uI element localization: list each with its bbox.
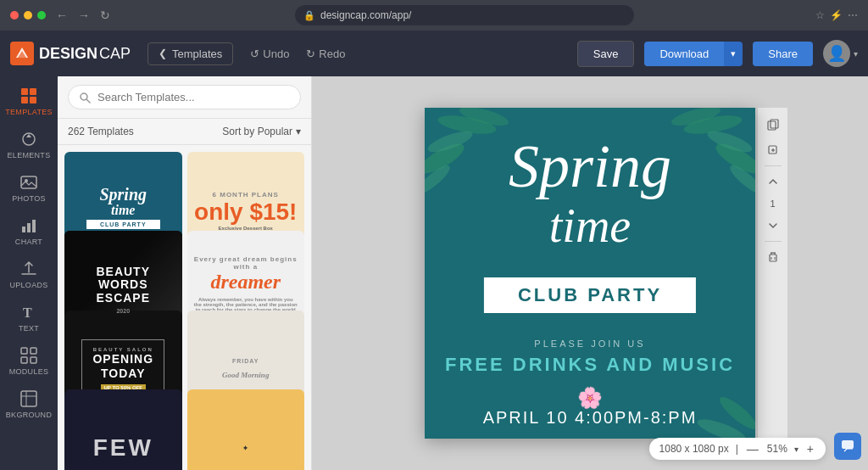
canvas-area[interactable]: 1 bbox=[312, 76, 868, 470]
redo-button[interactable]: ↻ Redo bbox=[306, 48, 345, 60]
elements-icon bbox=[19, 130, 38, 148]
copy-style-button[interactable] bbox=[761, 113, 785, 137]
background-icon-label: BKGROUND bbox=[6, 411, 52, 419]
toolbar-divider bbox=[765, 165, 782, 166]
template-grid: Spring time CLUB PARTY FREE DRINKS AND M… bbox=[58, 145, 311, 470]
chevron-down-icon: ▾ bbox=[731, 48, 736, 59]
window-controls bbox=[10, 11, 46, 20]
forward-button[interactable]: → bbox=[75, 7, 93, 24]
club-party-box[interactable]: CLUB PARTY bbox=[484, 277, 696, 313]
elements-icon-label: ELEMENTS bbox=[8, 151, 51, 159]
search-input[interactable] bbox=[97, 91, 290, 104]
sidebar-item-templates[interactable]: TEMPLATES bbox=[3, 80, 54, 121]
sidebar-item-photos[interactable]: PHOTOS bbox=[3, 166, 54, 208]
sort-label: Sort by Popular bbox=[222, 126, 292, 137]
bookmark-icon[interactable]: ☆ bbox=[815, 9, 825, 21]
refresh-button[interactable]: ↻ bbox=[97, 7, 114, 24]
canvas-wrapper: 1 bbox=[425, 108, 755, 439]
time-word: time bbox=[425, 200, 755, 253]
svg-rect-8 bbox=[21, 176, 36, 188]
download-dropdown-button[interactable]: ▾ bbox=[724, 42, 743, 66]
close-dot[interactable] bbox=[10, 11, 19, 20]
undo-button[interactable]: ↺ Undo bbox=[250, 48, 289, 60]
undo-icon: ↺ bbox=[250, 48, 259, 60]
templates-nav-button[interactable]: ❮ Templates bbox=[147, 42, 233, 65]
zoom-out-button[interactable]: — bbox=[745, 442, 760, 456]
maximize-dot[interactable] bbox=[37, 11, 46, 20]
right-toolbar: 1 bbox=[757, 108, 787, 439]
photos-icon bbox=[19, 173, 38, 192]
zoom-in-button[interactable]: + bbox=[805, 442, 815, 456]
chat-button[interactable] bbox=[834, 433, 861, 460]
svg-rect-14 bbox=[21, 348, 27, 354]
template-card[interactable]: FEW bbox=[64, 389, 182, 470]
sort-button[interactable]: Sort by Popular ▾ bbox=[222, 126, 301, 137]
avatar-image: 👤 bbox=[827, 44, 846, 63]
text-icon: T bbox=[19, 303, 38, 322]
copy-icon bbox=[767, 119, 779, 131]
redo-label: Redo bbox=[319, 48, 345, 60]
trash-icon bbox=[767, 251, 779, 263]
download-button[interactable]: Download bbox=[644, 42, 724, 66]
user-avatar-wrapper[interactable]: 👤 ▾ bbox=[823, 40, 858, 67]
svg-rect-2 bbox=[21, 88, 28, 95]
text-icon-label: TEXT bbox=[19, 324, 39, 333]
extensions-icon[interactable]: ⚡ bbox=[830, 9, 843, 21]
sidebar-item-modules[interactable]: MODULES bbox=[3, 339, 54, 381]
chat-icon bbox=[841, 439, 854, 453]
url-bar[interactable]: 🔒 designcap.com/app/ bbox=[295, 5, 634, 25]
chevron-down-icon bbox=[768, 221, 778, 231]
move-up-button[interactable] bbox=[761, 170, 785, 193]
avatar-chevron: ▾ bbox=[854, 49, 858, 59]
sort-chevron-icon: ▾ bbox=[296, 126, 301, 137]
template-card-inner: FEW bbox=[64, 389, 182, 470]
back-button[interactable]: ← bbox=[53, 7, 71, 24]
save-button[interactable]: Save bbox=[577, 41, 635, 67]
sidebar-item-uploads[interactable]: UPLOADS bbox=[3, 253, 54, 294]
logo-cap: CAP bbox=[99, 45, 131, 63]
please-join-text: PLEASE JOIN US bbox=[425, 339, 755, 349]
minimize-dot[interactable] bbox=[24, 11, 32, 20]
move-down-button[interactable] bbox=[761, 214, 785, 238]
delete-button[interactable] bbox=[761, 245, 785, 269]
sidebar-item-background[interactable]: BKGROUND bbox=[3, 383, 54, 424]
svg-rect-4 bbox=[21, 97, 28, 104]
sidebar-item-chart[interactable]: CHART bbox=[3, 210, 54, 251]
canvas-spring-title: Spring time bbox=[425, 133, 755, 253]
lock-icon: 🔒 bbox=[303, 10, 315, 21]
duplicate-icon bbox=[767, 144, 779, 156]
toolbar-divider-2 bbox=[765, 241, 782, 242]
duplicate-button[interactable] bbox=[761, 138, 785, 162]
sidebar-item-elements[interactable]: ELEMENTS bbox=[3, 123, 54, 165]
download-label: Download bbox=[659, 48, 709, 60]
modules-icon bbox=[19, 346, 38, 365]
sidebar-item-text[interactable]: T TEXT bbox=[3, 296, 54, 338]
panel-header: 262 Templates Sort by Popular ▾ bbox=[58, 119, 311, 145]
dimensions-separator: | bbox=[736, 443, 738, 455]
template-card-inner: ✦ bbox=[187, 389, 305, 470]
share-label: Share bbox=[768, 48, 798, 60]
svg-rect-3 bbox=[30, 88, 36, 95]
avatar[interactable]: 👤 bbox=[823, 40, 850, 67]
logo-svg bbox=[14, 46, 30, 61]
share-button[interactable]: Share bbox=[753, 42, 813, 66]
app-logo: DESIGNCAP bbox=[10, 42, 131, 65]
svg-rect-11 bbox=[27, 223, 31, 232]
undo-label: Undo bbox=[263, 48, 289, 60]
template-card[interactable]: ✦ bbox=[187, 389, 305, 470]
main-area: TEMPLATES ELEMENTS PHOTOS CHART bbox=[0, 76, 868, 470]
svg-rect-5 bbox=[30, 97, 36, 104]
svg-rect-16 bbox=[21, 357, 27, 363]
svg-rect-18 bbox=[21, 391, 36, 406]
flower-emoji: 🌸 bbox=[425, 386, 755, 410]
undo-redo-group: ↺ Undo ↻ Redo bbox=[247, 48, 345, 60]
design-canvas[interactable]: Spring time CLUB PARTY PLEASE JOIN US FR… bbox=[425, 108, 755, 439]
svg-rect-10 bbox=[22, 227, 25, 232]
download-group: Download ▾ bbox=[644, 42, 743, 66]
svg-rect-12 bbox=[32, 220, 36, 232]
template-count: 262 Templates bbox=[68, 126, 134, 137]
zoom-chevron: ▾ bbox=[794, 445, 798, 454]
modules-icon-label: MODULES bbox=[9, 367, 49, 376]
canvas-dimensions: 1080 x 1080 px bbox=[659, 443, 729, 455]
more-icon[interactable]: ⋯ bbox=[848, 9, 858, 21]
